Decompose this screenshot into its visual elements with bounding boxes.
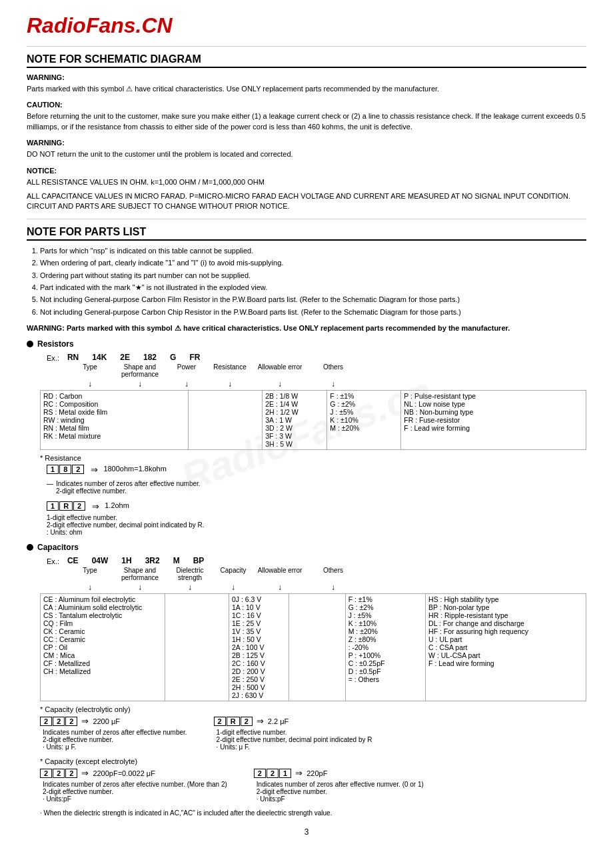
cap-volt-2b: 2B : 125 V	[232, 651, 286, 659]
cap-volt-1a: 1A : 10 V	[232, 603, 286, 611]
cap-other-hf: HF : For assuring high requency	[428, 627, 583, 635]
res-power-3d: 3D : 2 W	[265, 424, 324, 432]
cap-exc-r-arrow: ⇒	[295, 768, 303, 778]
res-power-2h: 2H : 1/2 W	[265, 408, 324, 416]
cap-exc-l-box3: 2	[65, 769, 77, 778]
cap-elec-r-box3: 2	[241, 717, 253, 726]
cap-col-allowable: Allowable error	[253, 567, 306, 574]
parts-list-title: NOTE FOR PARTS LIST	[27, 226, 586, 241]
res-ex-label: Ex.:	[47, 354, 59, 362]
res-type-rc: RC : Composition	[43, 400, 185, 408]
res-diag2-box2: R	[59, 501, 73, 511]
cap-other-dl: DL : For change and discharge	[428, 619, 583, 627]
cap-shape-placeholder	[168, 595, 170, 603]
notice-line1: ALL RESISTANCE VALUES IN OHM. k=1,000 OH…	[27, 177, 586, 187]
cap-elec-r-box2: R	[227, 717, 240, 726]
res-diag1-result: 1800ohm=1.8kohm	[103, 465, 166, 473]
res-col-allowable: Allowable error	[253, 363, 306, 371]
warning2-title: WARNING:	[27, 139, 586, 147]
res-ex-2e: 2E	[120, 353, 130, 362]
cap-volt-2h: 2H : 500 V	[232, 683, 286, 691]
logo-text: RadioFans	[27, 13, 136, 37]
res-ex-fr: FR	[189, 353, 200, 362]
cap-except-diag-left: 2 2 2 ⇒ 2200pF=0.0022 μF Indicates numbe…	[40, 768, 227, 803]
cap-footer-note: · When the dielectric strength is indica…	[40, 809, 586, 817]
cap-elec-l-box2: 2	[53, 717, 65, 726]
cap-err-g: G : ±2%	[348, 603, 422, 611]
cap-elec-r-box1: 2	[214, 717, 226, 726]
cap-type-cq: CQ : Film	[43, 619, 162, 627]
resistance-note-title: * Resistance	[40, 454, 586, 462]
cap-type-cs: CS : Tantalum electrolytic	[43, 611, 162, 619]
cap-volt-2e: 2E : 250 V	[232, 675, 286, 683]
res-diag1-box3: 2	[72, 465, 84, 474]
res-diag1-box1: 1	[47, 465, 59, 474]
res-diag2-explain3: : Units: ohm	[47, 529, 586, 536]
logo-red: .CN	[136, 13, 173, 37]
table-row: RD : Carbon RC : Composition RS : Metal …	[41, 391, 586, 450]
notice-line2: ALL CAPACITANCE VALUES IN MICRO FARAD. P…	[27, 191, 586, 212]
res-other-p: P : Pulse-resistant type	[404, 392, 583, 400]
schematic-title: NOTE FOR SCHEMATIC DIAGRAM	[27, 53, 586, 68]
res-ex-g: G	[170, 353, 176, 362]
cap-other-bp: BP : Non-polar type	[428, 603, 583, 611]
cap-err-p: P : +100%	[348, 651, 422, 659]
cap-ex-bp: BP	[193, 556, 205, 565]
res-diag2-explain2: 2-digit effective number, decimal point …	[47, 521, 586, 529]
cap-ex-04w: 04W	[92, 556, 109, 565]
cap-elec-r-result: 2.2 μF	[268, 717, 289, 725]
cap-err-neg20: : -20%	[348, 643, 422, 651]
cap-exc-l-box1: 2	[40, 769, 52, 778]
res-diag2-arrow: ⇒	[92, 501, 99, 511]
res-type-rk: RK : Metal mixture	[43, 432, 185, 440]
res-type-rs: RS : Metal oxide film	[43, 408, 185, 416]
res-other-fr: FR : Fuse-resistor	[404, 416, 583, 424]
capacitors-bullet	[27, 544, 33, 551]
cap-elec-r-arrow: ⇒	[257, 716, 264, 726]
cap-elec-l-arrow: ⇒	[81, 716, 89, 726]
cap-err-k: K : ±10%	[348, 619, 422, 627]
cap-volt-1v: 1V : 35 V	[232, 627, 286, 635]
res-power-2b: 2B : 1/8 W	[265, 392, 324, 400]
cap-err-c: C : ±0.25pF	[348, 659, 422, 667]
cap-except-diag-right: 2 2 1 ⇒ 220pF Indicates number of zeros …	[254, 768, 424, 803]
parts-list-warning: WARNING: Parts marked with this symbol ⚠…	[27, 324, 586, 333]
cap-type-cm: CM : Mica	[43, 651, 162, 659]
cap-elec-l-explain2: 2-digit effective number.	[43, 736, 187, 743]
parts-list-item-4: Part indicated with the mark "★" is not …	[40, 283, 586, 293]
cap-ex-ce: CE	[67, 556, 79, 565]
parts-list-item-3: Ordering part without stating its part n…	[40, 271, 586, 281]
res-ex-182: 182	[143, 353, 157, 362]
cap-ex-m: M	[173, 556, 180, 565]
cap-elec-l-units: · Units: μ F.	[43, 743, 187, 751]
parts-list-item-1: Parts for which "nsp" is indicated on th…	[40, 246, 586, 256]
warning2-text: DO NOT return the unit to the customer u…	[27, 149, 586, 159]
cap-other-hs: HS : High stability type	[428, 595, 583, 603]
cap-col-shape: Shape and performance	[113, 567, 167, 581]
cap-except-diagrams: 2 2 2 ⇒ 2200pF=0.0022 μF Indicates numbe…	[40, 768, 586, 803]
cap-elec-l-box3: 2	[65, 717, 77, 726]
res-type-rd: RD : Carbon	[43, 392, 185, 400]
cap-err-z: Z : ±80%	[348, 635, 422, 643]
cap-electrolytic-diagrams: 2 2 2 ⇒ 2200 μF Indicates number of zero…	[40, 716, 586, 751]
res-power-3h: 3H : 5 W	[265, 440, 324, 448]
cap-exc-r-box2: 2	[267, 769, 279, 778]
cap-type-cf: CF : Metallized	[43, 659, 162, 667]
cap-type-ck: CK : Ceramic	[43, 627, 162, 635]
cap-type-ce: CE : Aluminum foil electrolytic	[43, 595, 162, 603]
cap-volt-2d: 2D : 200 V	[232, 667, 286, 675]
resistance-diagrams: * Resistance 1 8 2 ⇒ 1800ohm=1.8kohm — I…	[40, 454, 586, 536]
cap-err-m: M : ±20%	[348, 627, 422, 635]
notice-title: NOTICE:	[27, 167, 586, 175]
cap-ex-3r2: 3R2	[145, 556, 160, 565]
cap-exc-l-result: 2200pF=0.0022 μF	[93, 769, 155, 777]
cap-elec-diag-right: 2 R 2 ⇒ 2.2 μF 1-digit effective number.…	[214, 716, 372, 751]
cap-elec-r-explain2: 2-digit effective number, decimal point …	[217, 736, 372, 743]
res-col-power: Power	[167, 363, 207, 371]
cap-type-cc: CC : Ceramic	[43, 635, 162, 643]
capacitor-table: CE : Aluminum foil electrolytic CA : Alu…	[40, 593, 586, 701]
capacitors-title: Capacitors	[37, 543, 79, 552]
caution-text: Before returning the unit to the custome…	[27, 111, 586, 132]
logo: RadioFans.CN	[27, 13, 586, 38]
cap-volt-0j: 0J : 6.3 V	[232, 595, 286, 603]
